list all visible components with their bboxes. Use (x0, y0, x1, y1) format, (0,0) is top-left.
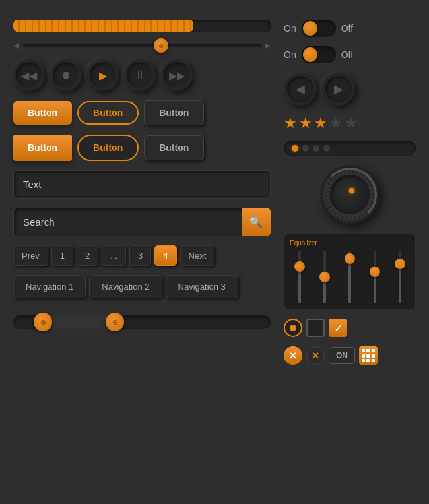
eq-track-4[interactable] (374, 251, 376, 303)
grid-dot-6 (372, 354, 375, 357)
eq-fill-5 (399, 269, 401, 303)
slider-row: ◀ ▶ (13, 41, 271, 50)
star-5[interactable]: ★ (345, 115, 358, 132)
record-icon: ⏺ (61, 69, 71, 81)
search-input[interactable] (13, 208, 271, 236)
star-1[interactable]: ★ (284, 115, 297, 132)
eq-handle-3[interactable] (345, 253, 355, 264)
toggle-switch-2[interactable] (302, 46, 336, 63)
pause-icon: ⏸ (135, 69, 145, 81)
grid-dot-4 (362, 354, 365, 357)
grid-dot-1 (362, 349, 365, 352)
star-3[interactable]: ★ (314, 115, 327, 132)
dots-row (284, 141, 416, 156)
text-input[interactable] (13, 170, 271, 199)
eq-track-5[interactable] (399, 251, 401, 303)
dark-button-2[interactable]: Button (144, 135, 204, 160)
dot-2[interactable] (302, 145, 309, 152)
eq-track-3[interactable] (348, 251, 351, 303)
solid-button-1[interactable]: Button (13, 101, 72, 125)
star-4[interactable]: ★ (329, 115, 343, 132)
toggle-switch-1[interactable] (302, 20, 336, 37)
media-controls: ◀◀ ⏺ ▶ ⏸ ▶▶ (13, 59, 271, 91)
slider-track[interactable] (23, 44, 261, 47)
right-column: On Off On Off ◀ ▶ ★ ★ ★ (284, 20, 416, 365)
nav-left-button[interactable]: ◀ (284, 73, 317, 106)
toggle-knob-1 (303, 21, 317, 36)
toggle2-on-label: On (284, 49, 296, 60)
double-thumb-right[interactable] (106, 313, 124, 331)
eq-fill-3 (348, 264, 351, 303)
search-icon: 🔍 (249, 216, 263, 228)
page-ellipsis: ... (102, 245, 126, 266)
outline-button-2[interactable]: Button (77, 135, 139, 161)
progress-bar (13, 20, 271, 32)
knob[interactable] (320, 165, 380, 224)
slider-right-arrow[interactable]: ▶ (265, 41, 271, 50)
bottom-controls-row2: ✕ ✕ ON (284, 346, 416, 365)
rewind-icon: ◀◀ (21, 69, 37, 82)
checkbox-checked[interactable]: ✓ (329, 319, 347, 337)
knob-dot (349, 188, 354, 193)
record-button[interactable]: ⏺ (50, 59, 82, 91)
slider-left-arrow[interactable]: ◀ (13, 41, 19, 50)
dark-button-1[interactable]: Button (144, 100, 204, 125)
page-3-button[interactable]: 3 (129, 245, 151, 266)
nav-tab-3[interactable]: Navigation 3 (166, 275, 238, 298)
radio-button[interactable] (284, 319, 302, 337)
grid-button[interactable] (359, 346, 378, 365)
eq-handle-2[interactable] (319, 272, 330, 282)
toggle2-off-label: Off (341, 49, 353, 60)
next-button[interactable]: Next (180, 245, 215, 266)
knob-inner (330, 175, 370, 214)
nav-right-button[interactable]: ▶ (322, 73, 355, 106)
prev-button[interactable]: Prev (13, 245, 48, 266)
nav-tab-1[interactable]: Navigation 1 (13, 275, 86, 298)
double-slider-track[interactable] (13, 315, 271, 329)
knob-container (284, 165, 416, 224)
eq-fill-2 (323, 282, 326, 303)
solid-button-2[interactable]: Button (13, 135, 72, 161)
dot-3[interactable] (313, 145, 319, 152)
outline-button-1[interactable]: Button (77, 101, 139, 125)
search-wrapper: 🔍 (13, 208, 271, 236)
eq-handle-1[interactable] (294, 261, 305, 272)
star-2[interactable]: ★ (299, 115, 312, 132)
rewind-button[interactable]: ◀◀ (13, 59, 45, 91)
eq-col-5 (390, 251, 410, 303)
x-button-dark[interactable]: ✕ (306, 346, 325, 365)
page-1-button[interactable]: 1 (51, 245, 73, 266)
fastforward-icon: ▶▶ (169, 69, 185, 82)
eq-col-3 (340, 251, 360, 303)
grid-dot-2 (366, 349, 370, 352)
nav-tab-2[interactable]: Navigation 2 (89, 275, 162, 298)
page-2-button[interactable]: 2 (77, 245, 98, 266)
grid-dot-8 (366, 359, 370, 362)
eq-col-1 (290, 251, 310, 303)
double-slider (13, 307, 271, 336)
x-button-orange[interactable]: ✕ (284, 346, 302, 365)
right-arrow-icon: ▶ (334, 82, 343, 96)
dot-4[interactable] (323, 145, 330, 152)
nav-arrows: ◀ ▶ (284, 73, 416, 106)
buttons-row-1: Button Button Button (13, 100, 271, 125)
on-button[interactable]: ON (329, 347, 355, 364)
fastforward-button[interactable]: ▶▶ (161, 59, 193, 91)
slider-thumb[interactable] (154, 38, 168, 53)
eq-handle-4[interactable] (370, 267, 380, 277)
search-button[interactable]: 🔍 (242, 208, 271, 236)
play-button[interactable]: ▶ (87, 59, 119, 91)
eq-track-2[interactable] (323, 251, 326, 303)
checkbox-empty[interactable] (306, 319, 325, 337)
eq-handle-5[interactable] (395, 259, 405, 269)
page-4-button[interactable]: 4 (154, 245, 176, 266)
bottom-controls-row1: ✓ (284, 319, 416, 337)
toggle-knob-2 (303, 47, 317, 62)
left-column: ◀ ▶ ◀◀ ⏺ ▶ ⏸ ▶▶ Button Button Button But… (13, 20, 271, 365)
double-thumb-left[interactable] (34, 313, 52, 331)
pause-button[interactable]: ⏸ (124, 59, 156, 91)
grid-dot-3 (372, 349, 375, 352)
toggle1-on-label: On (284, 23, 296, 34)
dot-1[interactable] (292, 145, 298, 152)
eq-track-1[interactable] (298, 251, 301, 303)
